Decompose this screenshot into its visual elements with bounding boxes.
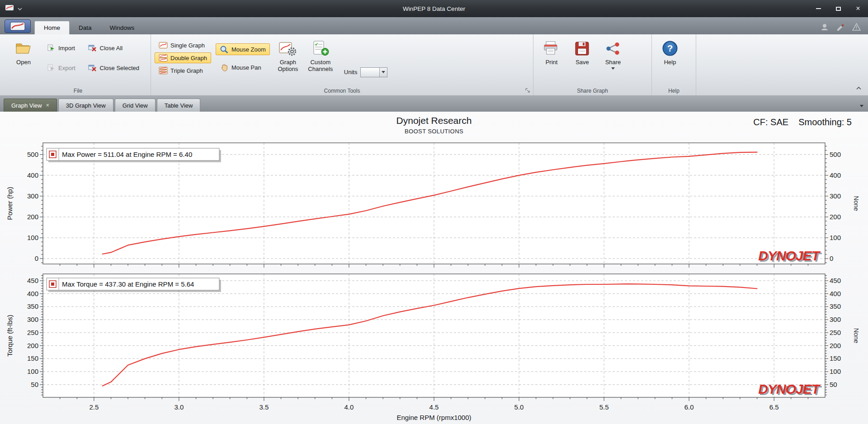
single-graph-button[interactable]: Single Graph <box>155 40 211 51</box>
close-selected-label: Close Selected <box>100 65 139 71</box>
winpep-logo-icon <box>10 21 25 31</box>
svg-text:200: 200 <box>27 342 38 349</box>
tab-grid-view[interactable]: Grid View <box>115 99 156 112</box>
help-button[interactable]: ? Help <box>656 37 684 86</box>
user-icon[interactable] <box>821 23 829 31</box>
print-button[interactable]: Print <box>537 37 566 86</box>
print-icon <box>543 39 560 57</box>
units-label: Units <box>344 69 358 75</box>
svg-text:150: 150 <box>27 354 38 362</box>
svg-text:Engine RPM (rpmx1000): Engine RPM (rpmx1000) <box>396 414 471 421</box>
svg-text:50: 50 <box>830 381 837 388</box>
custom-channels-button[interactable]: Custom Channels <box>304 37 337 86</box>
ribbon-tab-bar: Home Data Windows <box>0 17 868 34</box>
folder-open-icon <box>15 39 32 57</box>
svg-text:3.5: 3.5 <box>259 403 269 411</box>
document-tab-bar: Graph View × 3D Graph View Grid View Tab… <box>0 96 868 112</box>
torque-chart[interactable]: 5050100100150150200200250250300300350350… <box>0 270 868 424</box>
svg-text:50: 50 <box>31 381 38 388</box>
quick-access-dropdown-icon[interactable] <box>18 5 22 13</box>
tab-3d-graph-view[interactable]: 3D Graph View <box>58 99 113 112</box>
tools-icon[interactable] <box>836 23 845 31</box>
svg-text:450: 450 <box>27 277 38 284</box>
custom-channels-icon <box>312 39 329 57</box>
svg-text:300: 300 <box>830 192 841 200</box>
tab-3d-graph-view-label: 3D Graph View <box>66 102 106 109</box>
help-icon: ? <box>662 39 678 57</box>
ribbon-tab-windows[interactable]: Windows <box>101 21 144 34</box>
mouse-zoom-icon <box>220 45 229 53</box>
alert-icon[interactable] <box>852 23 861 31</box>
ribbon-tab-data[interactable]: Data <box>70 21 101 34</box>
graph-options-button[interactable]: Graph Options <box>274 37 302 86</box>
minimize-button[interactable] <box>808 0 828 17</box>
svg-text:0: 0 <box>35 254 38 262</box>
svg-text:None: None <box>853 328 860 344</box>
ribbon-group-file: Open Import Export <box>5 34 151 95</box>
units-dropdown-arrow[interactable] <box>379 68 387 77</box>
triple-graph-button[interactable]: Triple Graph <box>155 65 211 76</box>
svg-text:Torque (ft-lbs): Torque (ft-lbs) <box>6 315 14 357</box>
mouse-pan-button[interactable]: Mouse Pan <box>216 61 270 73</box>
mouse-zoom-label: Mouse Zoom <box>231 46 266 53</box>
title-bar: WinPEP 8 Data Center × <box>0 0 868 17</box>
svg-text:500: 500 <box>830 151 841 158</box>
mouse-zoom-button[interactable]: Mouse Zoom <box>216 43 270 55</box>
graph-title: Dynojet Research <box>0 115 868 126</box>
svg-text:2.5: 2.5 <box>89 403 99 411</box>
double-graph-icon <box>159 54 168 61</box>
svg-text:Max Power = 511.04 at Engine R: Max Power = 511.04 at Engine RPM = 6.40 <box>62 151 192 158</box>
svg-text:Power (hp): Power (hp) <box>6 187 14 220</box>
share-dropdown-arrow-icon[interactable] <box>611 67 615 70</box>
units-dropdown[interactable] <box>360 67 387 77</box>
ribbon-group-help: ? Help Help <box>652 34 696 95</box>
open-button[interactable]: Open <box>9 37 38 86</box>
svg-text:DYNOJET: DYNOJET <box>758 382 821 396</box>
save-button[interactable]: Save <box>568 37 597 86</box>
tab-graph-view[interactable]: Graph View × <box>4 99 57 112</box>
svg-text:400: 400 <box>27 290 38 297</box>
svg-text:5.0: 5.0 <box>514 403 524 411</box>
svg-text:4.0: 4.0 <box>344 403 354 411</box>
chevron-up-icon <box>856 86 862 90</box>
winpep-app-button[interactable] <box>5 19 31 33</box>
import-button[interactable]: Import <box>42 42 80 53</box>
save-icon <box>575 39 590 57</box>
ribbon: Open Import Export <box>0 34 868 96</box>
svg-text:350: 350 <box>27 302 38 310</box>
close-selected-button[interactable]: Close Selected <box>84 62 143 73</box>
export-icon <box>47 64 56 71</box>
file-group-label: File <box>5 88 151 94</box>
doc-tabs-overflow-icon[interactable] <box>860 105 863 107</box>
app-logo-icon <box>5 5 14 13</box>
power-chart[interactable]: 00100100200200300300400400500500DYNOJETD… <box>0 139 868 268</box>
svg-text:3.0: 3.0 <box>174 403 184 411</box>
svg-text:4.5: 4.5 <box>429 403 439 411</box>
save-label: Save <box>576 59 589 66</box>
help-group-label: Help <box>652 88 696 94</box>
share-graph-group-label: Share Graph <box>533 88 651 94</box>
svg-text:200: 200 <box>830 342 841 349</box>
share-icon <box>605 39 621 57</box>
share-label: Share <box>605 59 621 66</box>
mouse-pan-label: Mouse Pan <box>231 64 261 71</box>
maximize-button[interactable] <box>828 0 848 17</box>
close-button[interactable]: × <box>848 0 868 17</box>
collapse-ribbon-button[interactable] <box>856 84 862 92</box>
close-all-button[interactable]: Close All <box>84 42 143 53</box>
import-label: Import <box>58 45 75 52</box>
svg-text:5.5: 5.5 <box>599 403 609 411</box>
tab-table-view[interactable]: Table View <box>157 99 201 112</box>
svg-text:300: 300 <box>27 192 38 200</box>
svg-text:0: 0 <box>830 254 833 262</box>
window-title: WinPEP 8 Data Center <box>0 5 868 12</box>
svg-text:300: 300 <box>27 316 38 323</box>
share-button[interactable]: Share <box>599 37 627 86</box>
svg-text:250: 250 <box>830 329 841 336</box>
graph-view-panel[interactable]: Dynojet Research BOOST SOLUTIONS CF: SAE… <box>0 112 868 424</box>
ribbon-tab-home[interactable]: Home <box>34 21 70 34</box>
smoothing-value: Smoothing: 5 <box>798 117 852 127</box>
double-graph-button[interactable]: Double Graph <box>155 52 211 63</box>
print-label: Print <box>546 59 558 66</box>
tab-close-icon[interactable]: × <box>46 102 49 108</box>
